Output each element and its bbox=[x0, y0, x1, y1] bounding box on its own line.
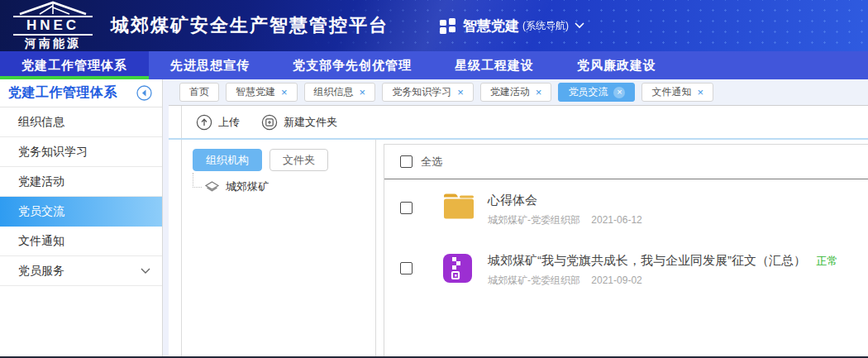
select-all-label: 全选 bbox=[421, 155, 442, 169]
org-layers-icon bbox=[204, 181, 220, 193]
file-meta: 城郊煤矿-党委组织部 2021-06-12 bbox=[488, 213, 642, 227]
tree-tab-folders[interactable]: 文件夹 bbox=[269, 149, 328, 171]
close-icon[interactable]: × bbox=[360, 87, 366, 98]
grid-icon bbox=[440, 18, 455, 34]
tree-node-root[interactable]: 城郊煤矿 bbox=[193, 179, 375, 194]
tab-party-knowledge[interactable]: 党务知识学习× bbox=[382, 83, 474, 102]
select-all-row: 全选 bbox=[384, 145, 868, 179]
file-title[interactable]: 城郊煤矿“我与党旗共成长，我与企业同发展”征文（汇总） bbox=[488, 253, 806, 267]
logo-roof-icon bbox=[18, 1, 88, 16]
close-icon[interactable]: × bbox=[536, 87, 542, 98]
sidebar-title: 党建工作管理体系 bbox=[8, 84, 117, 102]
sidebar: 党建工作管理体系 组织信息 党务知识学习 党建活动 党员交流 文件通知 党员服务 bbox=[0, 79, 163, 356]
zip-file-icon bbox=[442, 253, 475, 287]
sidebar-item-org-info[interactable]: 组织信息 bbox=[0, 107, 162, 137]
tab-home[interactable]: 首页 bbox=[179, 83, 219, 102]
file-source: 城郊煤矿-党委组织部 bbox=[488, 274, 580, 286]
upload-button[interactable]: 上传 bbox=[196, 114, 240, 131]
chevron-down-icon bbox=[575, 22, 584, 29]
status-badge: 正常 bbox=[816, 255, 837, 267]
sidebar-item-member-exchange[interactable]: 党员交流 bbox=[0, 197, 162, 227]
file-row-zip[interactable]: 城郊煤矿“我与党旗共成长，我与企业同发展”征文（汇总） 正常 城郊煤矿-党委组织… bbox=[384, 240, 868, 300]
nav-item-advanced-thought[interactable]: 先进思想宣传 bbox=[149, 51, 271, 79]
nav-item-branch-excellence[interactable]: 党支部争先创优管理 bbox=[271, 51, 433, 79]
file-date: 2021-09-02 bbox=[591, 274, 641, 286]
open-tabs-strip: 首页 智慧党建× 组织信息× 党务知识学习× 党建活动× 党员交流× 文件通知× bbox=[169, 79, 868, 106]
sidebar-gap bbox=[163, 79, 169, 356]
tree-connector bbox=[193, 173, 202, 188]
system-nav-suffix: (系统导航) bbox=[522, 19, 569, 33]
row-checkbox[interactable] bbox=[400, 262, 413, 274]
collapse-sidebar-icon[interactable] bbox=[136, 85, 152, 101]
tab-smart-party[interactable]: 智慧党建× bbox=[226, 83, 298, 102]
nav-item-star-project[interactable]: 星级工程建设 bbox=[433, 51, 556, 79]
sidebar-item-party-activity[interactable]: 党建活动 bbox=[0, 167, 162, 197]
org-tree-panel: 组织机构 文件夹 城郊煤矿 bbox=[181, 140, 376, 356]
close-icon[interactable]: × bbox=[281, 87, 288, 98]
primary-navbar: 党建工作管理体系 先进思想宣传 党支部争先创优管理 星级工程建设 党风廉政建设 bbox=[0, 51, 868, 79]
system-nav-dropdown[interactable]: 智慧党建 (系统导航) bbox=[440, 17, 584, 36]
tab-party-activity[interactable]: 党建活动× bbox=[480, 83, 552, 102]
file-toolbar: 上传 新建文件夹 bbox=[169, 106, 868, 140]
sidebar-item-member-service[interactable]: 党员服务 bbox=[0, 256, 162, 286]
close-icon[interactable]: × bbox=[613, 87, 625, 98]
close-icon[interactable]: × bbox=[457, 87, 464, 98]
new-folder-icon bbox=[261, 114, 278, 131]
close-icon[interactable]: × bbox=[697, 87, 703, 98]
tab-org-info[interactable]: 组织信息× bbox=[304, 83, 376, 102]
file-source: 城郊煤矿-党委组织部 bbox=[488, 214, 580, 226]
system-nav-label: 智慧党建 bbox=[463, 17, 519, 36]
new-folder-button[interactable]: 新建文件夹 bbox=[261, 114, 337, 131]
app-header: HNEC 河南能源 城郊煤矿安全生产智慧管控平台 智慧党建 (系统导航) bbox=[0, 0, 868, 51]
nav-item-clean-governance[interactable]: 党风廉政建设 bbox=[556, 51, 678, 79]
tab-member-exchange[interactable]: 党员交流× bbox=[558, 83, 635, 102]
logo-acronym: HNEC bbox=[13, 16, 93, 36]
tree-node-label: 城郊煤矿 bbox=[226, 179, 269, 194]
logo-company: 河南能源 bbox=[13, 36, 93, 50]
nav-item-party-building-system[interactable]: 党建工作管理体系 bbox=[0, 51, 149, 79]
sidebar-item-file-notice[interactable]: 文件通知 bbox=[0, 227, 162, 256]
file-row-folder[interactable]: 心得体会 城郊煤矿-党委组织部 2021-06-12 bbox=[384, 179, 868, 240]
file-meta: 城郊煤矿-党委组织部 2021-09-02 bbox=[488, 274, 837, 288]
chevron-down-icon bbox=[141, 268, 150, 274]
row-checkbox[interactable] bbox=[400, 202, 413, 214]
tree-tab-organization[interactable]: 组织机构 bbox=[193, 149, 262, 171]
page-title: 城郊煤矿安全生产智慧管控平台 bbox=[111, 13, 389, 38]
file-list-panel: 全选 心得体会 bbox=[384, 144, 868, 356]
file-title[interactable]: 心得体会 bbox=[488, 193, 537, 207]
upload-icon bbox=[196, 114, 212, 131]
folder-icon bbox=[442, 193, 475, 223]
company-logo: HNEC 河南能源 bbox=[13, 1, 93, 50]
file-date: 2021-06-12 bbox=[591, 214, 641, 226]
select-all-checkbox[interactable] bbox=[400, 155, 413, 168]
sidebar-item-party-knowledge[interactable]: 党务知识学习 bbox=[0, 137, 162, 167]
tab-file-notice[interactable]: 文件通知× bbox=[641, 83, 713, 102]
